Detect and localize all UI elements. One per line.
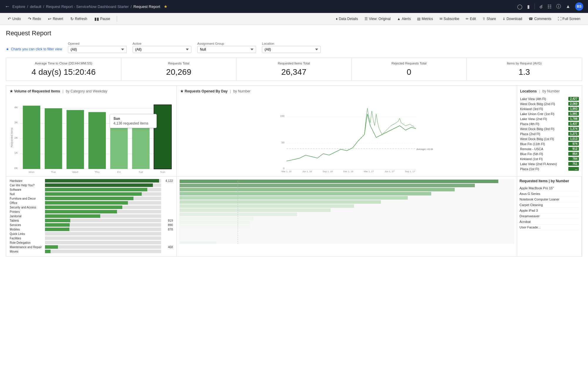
hbar-label: Maintenance and Repair — [10, 246, 45, 249]
filter-active-select[interactable]: (All) — [133, 46, 191, 53]
svg-text:Mar 1, 16: Mar 1, 16 — [282, 170, 292, 173]
line-chart-area[interactable]: 0 50 150 Average= 43.84 Mar 1, 16 Jun 1,… — [180, 96, 513, 173]
download-label: Download — [507, 17, 522, 21]
svg-rect-12 — [45, 108, 62, 169]
hbar-label: Software — [10, 188, 45, 191]
hbar-fill — [45, 201, 128, 205]
svg-rect-51 — [180, 221, 250, 224]
location-row: Plaza (2nd Fl) 1,271 — [520, 131, 579, 136]
hbar-chart-panel: Hardware 4,122 Can We Help You? Software… — [6, 177, 177, 256]
kpi-row: Average Time to Close (DD:HH:MM:SS) 4 da… — [6, 58, 582, 81]
bar-chart-area[interactable]: 0K 1K 2K 3K 4K Requested Items — [10, 96, 173, 173]
filter-assignment-select[interactable]: Null — [197, 46, 256, 53]
hbar-num: 919 — [161, 219, 173, 222]
location-row: Blue Fin (5th Fl) 854 — [520, 151, 579, 156]
line-chart-star: ★ — [180, 89, 183, 93]
hbar-fill — [45, 210, 117, 213]
location-name: Remote - USCA — [520, 147, 566, 151]
svg-rect-43 — [180, 188, 455, 191]
hbar-label: Furniture and Decor — [10, 197, 45, 200]
metrics-button[interactable]: ▤ Metrics — [414, 16, 436, 22]
location-name: Kirkland (1st Fl) — [520, 157, 566, 161]
edit-label: Edit — [470, 17, 476, 21]
revert-button[interactable]: ↩ Revert — [45, 15, 66, 22]
svg-text:Tue: Tue — [51, 170, 56, 173]
svg-text:3K: 3K — [14, 121, 18, 124]
filter-star: ★ — [6, 47, 9, 51]
hbar-row: Maintenance and Repair 468 — [10, 245, 173, 249]
req-item-row: Apple iPad 3 — [519, 208, 579, 213]
svg-rect-17 — [154, 105, 171, 169]
breadcrumb-dashboard[interactable]: Request Report - ServiceNow Dashboard St… — [46, 4, 129, 9]
list-icon[interactable]: ☷ — [547, 4, 552, 9]
location-badge: 912 — [568, 147, 579, 151]
redo-button[interactable]: ↷ Redo — [25, 15, 44, 22]
hbar-label: Role Delegation — [10, 241, 45, 244]
filter-hint-text: Charts you can click to filter view — [11, 47, 62, 51]
hbar-label: Moves — [10, 250, 45, 253]
svg-text:Average= 43.84: Average= 43.84 — [417, 148, 433, 150]
metrics-label: Metrics — [422, 17, 433, 21]
location-row: West Dock Bldg (2nd Fl) 2,060 — [520, 101, 579, 106]
metrics-icon: ▤ — [417, 17, 420, 21]
hbar-row: Printers — [10, 210, 173, 213]
comments-button[interactable]: ☎ Comments — [526, 16, 554, 22]
hbar-num: 878 — [161, 228, 173, 231]
pause-button[interactable]: ▮▮ Pause — [91, 15, 113, 22]
kpi-items-total-value: 26,347 — [241, 67, 347, 77]
svg-rect-47 — [180, 204, 354, 208]
svg-rect-13 — [66, 110, 84, 169]
location-row: Lake View (4th Fl) 2,427 — [520, 96, 579, 101]
data-details-button[interactable]: ♦ Data Details — [333, 16, 361, 22]
search-icon[interactable]: ☌ — [539, 4, 543, 9]
refresh-button[interactable]: ↻ Refresh — [67, 15, 90, 22]
hbar-row: Role Delegation — [10, 241, 173, 244]
mobile-icon[interactable]: ◯ — [517, 4, 522, 9]
hbar-row: Janitorial — [10, 214, 173, 218]
edit-button[interactable]: ✏ Edit — [463, 16, 479, 22]
location-badge: 1,437 — [568, 122, 579, 126]
breadcrumb-default[interactable]: default — [30, 4, 41, 9]
subscribe-button[interactable]: ✉ Subscribe — [437, 16, 462, 22]
fullscreen-button[interactable]: ⛶ Full Screen — [555, 16, 583, 22]
location-row: Kirkland (3rd Fl) 1,993 — [520, 106, 579, 111]
filter-opened-select[interactable]: (All) — [68, 46, 127, 53]
filter-location-select[interactable]: (All) — [262, 46, 321, 53]
barcode-icon[interactable]: ▮ — [527, 4, 530, 9]
bar-chart-svg: 0K 1K 2K 3K 4K Requested Items — [10, 96, 173, 173]
locations-title-text: Locations — [520, 89, 537, 93]
req-item-row: Notebook Computer Loaner — [519, 197, 579, 202]
kpi-requests-total: Requests Total 20,269 — [121, 58, 237, 80]
location-row: Blue Fin (11th Fl) 974 — [520, 141, 579, 146]
svg-rect-45 — [180, 196, 408, 200]
svg-text:150: 150 — [280, 115, 284, 117]
breadcrumb-explore[interactable]: Explore — [12, 4, 25, 9]
top-nav-actions: ◯ ▮ ☌ ☷ ⓘ ▲ BS — [517, 2, 583, 11]
fullscreen-icon: ⛶ — [558, 17, 561, 21]
hbar-track — [45, 210, 161, 213]
svg-text:4K: 4K — [14, 106, 18, 109]
avatar[interactable]: BS — [575, 2, 583, 11]
back-button[interactable]: ← — [5, 4, 10, 10]
toolbar: ↶ Undo ↷ Redo ↩ Revert ↻ Refresh ▮▮ Paus… — [0, 13, 588, 25]
view-button[interactable]: ☰ View: Original — [362, 16, 394, 22]
bell-icon[interactable]: ▲ — [566, 4, 570, 9]
share-button[interactable]: ⇧ Share — [480, 16, 499, 22]
kpi-avg-items: Items by Request (AVG) 1.3 — [467, 58, 582, 80]
kpi-avg-time: Average Time to Close (DD:HH:MM:SS) 4 da… — [6, 58, 121, 80]
line-chart-title: ★ Requests Opened By Day | by Number — [180, 89, 513, 93]
help-icon[interactable]: ⓘ — [556, 4, 561, 10]
alerts-button[interactable]: ▲ Alerts — [394, 16, 414, 22]
hbar-num: 890 — [161, 223, 173, 227]
hbar-row: Software — [10, 188, 173, 191]
svg-rect-44 — [180, 192, 431, 195]
undo-button[interactable]: ↶ Undo — [5, 15, 24, 22]
hbar-row: Hardware 4,122 — [10, 179, 173, 183]
download-button[interactable]: ⇓ Download — [500, 16, 525, 22]
hbar-row: Can We Help You? — [10, 183, 173, 187]
favorite-star[interactable]: ★ — [164, 4, 168, 9]
filter-assignment-label: Assignment Group — [197, 42, 256, 45]
svg-text:2K: 2K — [14, 136, 18, 139]
bar-chart-subtitle: by Category and Weekday — [66, 89, 107, 93]
location-name: Kirkland (3rd Fl) — [520, 107, 566, 111]
